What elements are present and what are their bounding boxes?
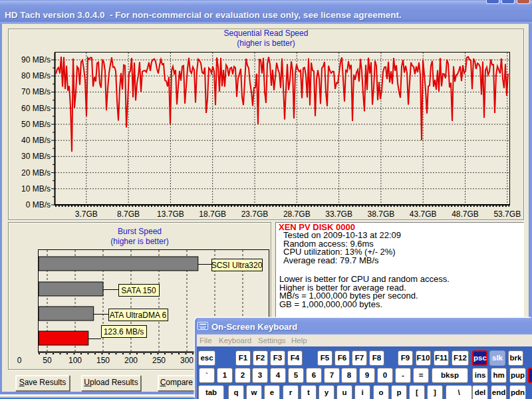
svg-text:20 MB/s: 20 MB/s	[21, 168, 51, 178]
svg-text:ATA UltraDMA 6: ATA UltraDMA 6	[110, 311, 167, 320]
svg-text:43.7GB: 43.7GB	[410, 209, 437, 219]
svg-text:250: 250	[152, 356, 166, 365]
svg-text:48.7GB: 48.7GB	[452, 209, 479, 219]
svg-text:53.7GB: 53.7GB	[493, 209, 521, 219]
svg-text:10 MB/s: 10 MB/s	[21, 184, 51, 194]
svg-text:23.7GB: 23.7GB	[241, 209, 269, 219]
svg-text:38.7GB: 38.7GB	[368, 209, 395, 219]
svg-text:123.6 MB/s: 123.6 MB/s	[104, 327, 144, 336]
svg-text:18.7GB: 18.7GB	[199, 209, 226, 219]
svg-text:300: 300	[180, 356, 194, 365]
svg-text:3.7GB: 3.7GB	[75, 209, 98, 219]
svg-text:200: 200	[124, 356, 138, 365]
svg-text:SCSI Ultra320: SCSI Ultra320	[211, 261, 263, 270]
svg-text:40 MB/s: 40 MB/s	[21, 136, 51, 145]
svg-text:SATA 150: SATA 150	[121, 286, 156, 295]
svg-text:30 MB/s: 30 MB/s	[21, 152, 51, 161]
svg-text:150: 150	[96, 356, 110, 365]
svg-text:100: 100	[68, 356, 82, 365]
svg-text:13.7GB: 13.7GB	[157, 209, 184, 219]
svg-text:33.7GB: 33.7GB	[325, 209, 352, 219]
svg-text:0: 0	[17, 356, 22, 365]
svg-text:70 MB/s: 70 MB/s	[21, 87, 51, 96]
svg-text:0 MB/s: 0 MB/s	[26, 200, 51, 209]
svg-text:60 MB/s: 60 MB/s	[21, 104, 51, 113]
svg-text:80 MB/s: 80 MB/s	[21, 71, 51, 80]
svg-text:28.7GB: 28.7GB	[283, 209, 311, 219]
svg-text:8.7GB: 8.7GB	[117, 209, 140, 219]
svg-text:90 MB/s: 90 MB/s	[21, 55, 51, 65]
svg-text:50 MB/s: 50 MB/s	[21, 120, 51, 129]
svg-text:50: 50	[43, 356, 52, 365]
